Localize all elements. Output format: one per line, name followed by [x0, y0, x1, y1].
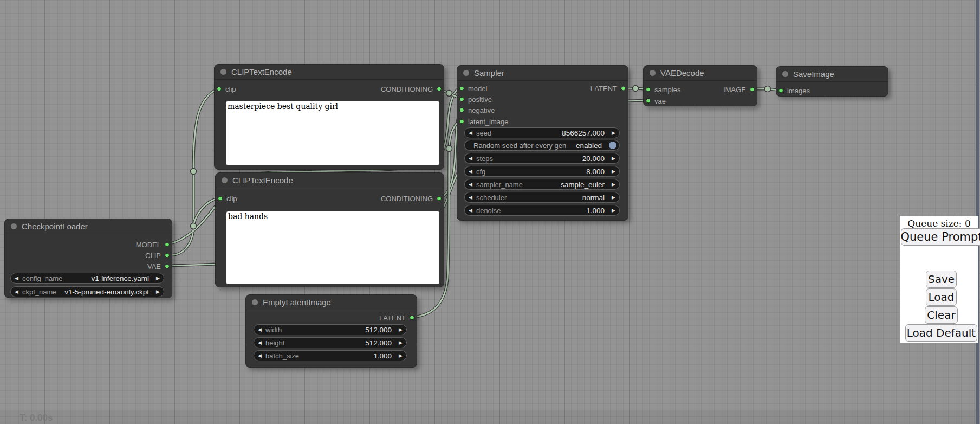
widget-sampler-name[interactable]: ◀ sampler_name sample_euler ▶ [464, 179, 620, 190]
slot-dot-icon[interactable] [410, 316, 414, 320]
increment-arrow-icon[interactable]: ▶ [608, 156, 619, 161]
slot-dot-icon[interactable] [217, 87, 222, 92]
slot-dot-icon[interactable] [437, 196, 442, 201]
decrement-arrow-icon[interactable]: ◀ [254, 354, 265, 358]
decrement-arrow-icon[interactable]: ◀ [465, 195, 476, 200]
node-titlebar[interactable]: CLIPTextEncode [215, 65, 444, 80]
widget-denoise[interactable]: ◀ denoise 1.000 ▶ [464, 205, 620, 216]
slot-dot-icon[interactable] [218, 196, 223, 201]
input-slot-images[interactable]: images [778, 87, 810, 95]
input-slot-latent-image[interactable]: latent_image [459, 118, 508, 126]
node-vae-decode[interactable]: VAEDecode samples vae IMAGE [643, 65, 757, 106]
output-slot-conditioning[interactable]: CONDITIONING [381, 195, 442, 203]
node-titlebar[interactable]: VAEDecode [644, 66, 757, 81]
decrement-arrow-icon[interactable]: ◀ [11, 276, 22, 281]
slot-dot-icon[interactable] [646, 99, 651, 104]
increment-arrow-icon[interactable]: ▶ [608, 182, 619, 187]
slot-dot-icon[interactable] [165, 264, 170, 269]
decrement-arrow-icon[interactable]: ◀ [465, 169, 476, 174]
widget-batch-size[interactable]: ◀ batch_size 1.000 ▶ [254, 350, 407, 361]
increment-arrow-icon[interactable]: ▶ [608, 131, 619, 136]
node-save-image[interactable]: SaveImage images [776, 66, 888, 97]
prompt-textarea[interactable]: masterpiece best quality girl [226, 101, 439, 165]
load-default-button[interactable]: Load Default [905, 324, 977, 342]
slot-dot-icon[interactable] [621, 86, 626, 91]
widget-cfg[interactable]: ◀ cfg 8.000 ▶ [464, 166, 620, 177]
slot-dot-icon[interactable] [437, 87, 442, 92]
decrement-arrow-icon[interactable]: ◀ [254, 341, 265, 345]
slot-dot-icon[interactable] [459, 119, 464, 124]
widget-steps[interactable]: ◀ steps 20.000 ▶ [464, 153, 620, 164]
toggle-on-icon[interactable] [609, 142, 616, 149]
slot-dot-icon[interactable] [459, 86, 464, 91]
input-slot-samples[interactable]: samples [646, 86, 680, 94]
slot-dot-icon[interactable] [750, 87, 755, 92]
slot-dot-icon[interactable] [646, 87, 651, 92]
collapse-dot-icon[interactable] [220, 69, 226, 75]
increment-arrow-icon[interactable]: ▶ [608, 195, 619, 200]
increment-arrow-icon[interactable]: ▶ [395, 327, 406, 332]
increment-arrow-icon[interactable]: ▶ [608, 208, 619, 213]
decrement-arrow-icon[interactable]: ◀ [465, 156, 476, 161]
decrement-arrow-icon[interactable]: ◀ [465, 131, 476, 136]
widget-ckpt-name[interactable]: ◀ ckpt_name v1-5-pruned-emaonly.ckpt ▶ [10, 286, 164, 297]
node-clip-text-encode-positive[interactable]: CLIPTextEncode clip CONDITIONING masterp… [214, 64, 444, 170]
node-sampler[interactable]: Sampler model positive negative latent_i… [457, 65, 628, 221]
node-titlebar[interactable]: EmptyLatentImage [246, 295, 417, 310]
output-slot-latent[interactable]: LATENT [379, 314, 414, 322]
increment-arrow-icon[interactable]: ▶ [395, 354, 406, 358]
increment-arrow-icon[interactable]: ▶ [152, 276, 164, 281]
input-slot-clip[interactable]: clip [217, 85, 236, 93]
widget-seed[interactable]: ◀ seed 8566257.000 ▶ [464, 127, 620, 138]
widget-config-name[interactable]: ◀ config_name v1-inference.yaml ▶ [10, 273, 164, 284]
slot-dot-icon[interactable] [778, 88, 783, 93]
load-button[interactable]: Load [926, 288, 957, 306]
output-slot-model[interactable]: MODEL [136, 241, 170, 249]
collapse-dot-icon[interactable] [782, 71, 788, 77]
slot-dot-icon[interactable] [459, 97, 464, 102]
output-slot-latent[interactable]: LATENT [590, 85, 626, 93]
slot-dot-icon[interactable] [459, 108, 464, 113]
input-slot-model[interactable]: model [459, 85, 487, 93]
decrement-arrow-icon[interactable]: ◀ [465, 182, 476, 187]
output-slot-clip[interactable]: CLIP [145, 252, 170, 260]
output-slot-image[interactable]: IMAGE [723, 86, 755, 94]
slot-dot-icon[interactable] [165, 242, 170, 247]
input-slot-positive[interactable]: positive [459, 95, 492, 104]
prompt-textarea[interactable]: bad hands [226, 211, 439, 284]
node-titlebar[interactable]: Sampler [457, 66, 628, 81]
comfyui-app: { "nodes": { "checkpoint_loader": { "tit… [0, 0, 980, 424]
decrement-arrow-icon[interactable]: ◀ [465, 208, 476, 213]
collapse-dot-icon[interactable] [650, 70, 656, 76]
increment-arrow-icon[interactable]: ▶ [152, 290, 164, 294]
widget-scheduler[interactable]: ◀ scheduler normal ▶ [464, 192, 620, 203]
node-titlebar[interactable]: SaveImage [776, 67, 888, 82]
node-empty-latent-image[interactable]: EmptyLatentImage LATENT ◀ width 512.000 … [245, 294, 417, 368]
collapse-dot-icon[interactable] [11, 223, 17, 229]
widget-value: normal [582, 194, 608, 202]
decrement-arrow-icon[interactable]: ◀ [254, 327, 265, 332]
queue-prompt-button[interactable]: Queue Prompt [901, 228, 980, 246]
increment-arrow-icon[interactable]: ▶ [395, 341, 406, 345]
output-slot-vae[interactable]: VAE [147, 262, 170, 271]
save-button[interactable]: Save [926, 271, 957, 288]
widget-width[interactable]: ◀ width 512.000 ▶ [254, 324, 407, 335]
input-slot-vae[interactable]: vae [646, 97, 666, 105]
increment-arrow-icon[interactable]: ▶ [608, 169, 619, 174]
decrement-arrow-icon[interactable]: ◀ [11, 290, 22, 294]
input-slot-negative[interactable]: negative [459, 106, 495, 114]
widget-random-seed-toggle[interactable]: Random seed after every gen enabled [464, 140, 620, 151]
collapse-dot-icon[interactable] [463, 70, 469, 76]
node-titlebar[interactable]: CLIPTextEncode [216, 173, 444, 188]
page-scrollbar[interactable] [976, 0, 979, 424]
collapse-dot-icon[interactable] [252, 299, 258, 305]
clear-button[interactable]: Clear [925, 306, 958, 324]
output-slot-conditioning[interactable]: CONDITIONING [381, 85, 442, 93]
collapse-dot-icon[interactable] [222, 177, 228, 183]
node-checkpoint-loader[interactable]: CheckpointLoader MODEL CLIP VAE ◀ config… [4, 219, 172, 298]
input-slot-clip[interactable]: clip [218, 195, 237, 203]
node-titlebar[interactable]: CheckpointLoader [5, 219, 172, 234]
widget-height[interactable]: ◀ height 512.000 ▶ [254, 337, 407, 348]
slot-dot-icon[interactable] [165, 253, 170, 258]
node-clip-text-encode-negative[interactable]: CLIPTextEncode clip CONDITIONING bad han… [215, 172, 444, 287]
